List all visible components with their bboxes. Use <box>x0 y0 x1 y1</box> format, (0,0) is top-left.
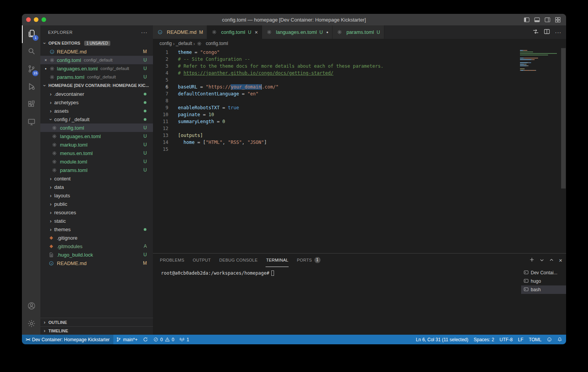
tree-folder-item[interactable]: ›themes <box>40 225 153 234</box>
breadcrumb-item[interactable]: config.toml <box>196 41 228 46</box>
terminal-list-item[interactable]: bash <box>521 285 566 294</box>
close-icon[interactable]: × <box>43 58 49 62</box>
tree-file-item[interactable]: config.tomlU <box>40 123 153 132</box>
breadcrumb-item[interactable]: _default <box>176 41 192 46</box>
panel-tab-terminal[interactable]: TERMINAL <box>266 254 289 267</box>
open-editor-item[interactable]: ×config.tomlconfig/_defaultU <box>40 56 153 64</box>
dirty-dot-icon[interactable]: ● <box>43 67 49 70</box>
ports-indicator[interactable]: 1 <box>177 335 192 344</box>
code-line[interactable]: 11summaryLength = 0 <box>153 118 561 125</box>
dirty-dot-icon[interactable]: ● <box>326 30 328 34</box>
activity-source-control[interactable]: 15 <box>22 61 40 78</box>
line-number[interactable]: 9 <box>153 104 168 111</box>
editor[interactable]: 1theme = "congo"2# -- Site Configuration… <box>153 48 566 253</box>
tree-file-item[interactable]: menus.en.tomlU <box>40 149 153 157</box>
problems-indicator[interactable]: 0 0 <box>151 335 177 344</box>
open-editors-header[interactable]: › OPEN EDITORS 1 UNSAVED <box>40 39 153 47</box>
maximize-panel-icon[interactable] <box>549 257 554 264</box>
code-line[interactable]: 6baseURL = "https://your_domain.com/" <box>153 83 561 90</box>
code-line[interactable]: 13[outputs] <box>153 132 561 139</box>
terminal-list-item[interactable]: hugo <box>521 277 566 285</box>
tree-file-item[interactable]: .gitmodulesA <box>40 242 153 250</box>
minimap[interactable] <box>518 50 561 73</box>
activity-explorer[interactable]: 1 <box>22 25 40 43</box>
line-number[interactable]: 14 <box>153 139 168 146</box>
terminal-list-item[interactable]: Dev Contai... <box>521 269 566 277</box>
code-line[interactable]: 9enableRobotsTXT = true <box>153 104 561 111</box>
code-line[interactable]: 15 <box>153 146 561 153</box>
remote-indicator[interactable]: >< Dev Container: Homepage Kickstarter <box>22 335 113 344</box>
code-line[interactable]: 1theme = "congo" <box>153 49 561 56</box>
branch-indicator[interactable]: main*+ <box>113 335 140 344</box>
tree-file-item[interactable]: module.tomlU <box>40 157 153 166</box>
activity-run-debug[interactable] <box>22 78 40 96</box>
code-line[interactable]: 2# -- Site Configuration -- <box>153 56 561 63</box>
line-number[interactable]: 13 <box>153 132 168 139</box>
new-terminal-icon[interactable] <box>529 257 535 264</box>
minimize-window-button[interactable] <box>34 17 38 22</box>
open-editor-item[interactable]: ●languages.en.tomlconfig/_defaultU <box>40 64 153 73</box>
line-number[interactable]: 2 <box>153 56 168 63</box>
line-number[interactable]: 3 <box>153 63 168 70</box>
project-root-header[interactable]: › HOMEPAGE [DEV CONTAINER: HOMEPAGE KIC.… <box>40 81 153 90</box>
tree-folder-item[interactable]: ›layouts <box>40 191 153 200</box>
panel-tab-output[interactable]: OUTPUT <box>193 254 211 267</box>
line-number[interactable]: 4 <box>153 70 168 77</box>
code-line[interactable]: 12 <box>153 125 561 132</box>
breadcrumb-item[interactable]: config <box>159 41 172 46</box>
close-window-button[interactable] <box>26 17 31 22</box>
line-number[interactable]: 8 <box>153 97 168 104</box>
tree-folder-item[interactable]: ›resources <box>40 208 153 217</box>
code-line[interactable]: 4# https://jpanther.github.io/congo/docs… <box>153 70 561 77</box>
tree-file-item[interactable]: .gitignore <box>40 234 153 242</box>
activity-extensions[interactable] <box>22 96 40 114</box>
sync-button[interactable] <box>140 335 151 344</box>
activity-settings[interactable] <box>22 315 40 333</box>
editor-tab[interactable]: config.tomlU× <box>207 25 262 39</box>
tree-folder-item[interactable]: ›assets <box>40 107 153 115</box>
indentation-indicator[interactable]: Spaces: 2 <box>471 335 497 344</box>
split-editor-icon[interactable] <box>544 28 550 36</box>
code-line[interactable]: 5 <box>153 77 561 83</box>
editor-tab[interactable]: README.mdM <box>153 25 207 39</box>
line-number[interactable]: 10 <box>153 111 168 118</box>
panel-tab-debug-console[interactable]: DEBUG CONSOLE <box>219 254 258 267</box>
eol-indicator[interactable]: LF <box>515 335 526 344</box>
editor-tab[interactable]: params.tomlU <box>332 25 384 39</box>
open-editor-item[interactable]: README.mdM <box>40 47 153 56</box>
feedback-button[interactable] <box>544 335 555 344</box>
language-mode-indicator[interactable]: TOML <box>526 335 544 344</box>
editor-tab[interactable]: languages.en.tomlU● <box>262 25 332 39</box>
tree-folder-item[interactable]: ›static <box>40 217 153 225</box>
customize-layout-icon[interactable] <box>555 17 561 23</box>
more-actions-icon[interactable]: ··· <box>555 29 561 35</box>
open-changes-icon[interactable] <box>533 28 539 36</box>
title-bar[interactable]: config.toml — homepage [Dev Container: H… <box>22 14 566 25</box>
activity-remote-explorer[interactable] <box>22 114 40 132</box>
code-line[interactable]: 3# Refer to the theme docs for more deta… <box>153 63 561 70</box>
close-icon[interactable]: × <box>255 29 258 35</box>
panel-tab-ports[interactable]: PORTS1 <box>296 254 321 267</box>
tree-file-item[interactable]: markup.tomlU <box>40 140 153 149</box>
line-number[interactable]: 5 <box>153 77 168 83</box>
tree-folder-item[interactable]: ›public <box>40 200 153 208</box>
terminal-dropdown-icon[interactable] <box>540 257 544 264</box>
scrollbar-thumb[interactable] <box>561 48 566 189</box>
close-panel-icon[interactable]: × <box>559 257 562 264</box>
line-number[interactable]: 6 <box>153 83 168 90</box>
open-editor-item[interactable]: params.tomlconfig/_defaultU <box>40 73 153 81</box>
code-line[interactable]: 7defaultContentLanguage = "en" <box>153 90 561 97</box>
more-actions-icon[interactable]: ··· <box>141 29 148 35</box>
line-number[interactable]: 12 <box>153 125 168 132</box>
encoding-indicator[interactable]: UTF-8 <box>497 335 515 344</box>
line-number[interactable]: 1 <box>153 49 168 56</box>
code-line[interactable]: 8 <box>153 97 561 104</box>
tree-file-item[interactable]: .hugo_build.lockU <box>40 250 153 259</box>
activity-search[interactable] <box>22 43 40 61</box>
toggle-sidebar-icon[interactable] <box>524 17 530 23</box>
tree-folder-item[interactable]: ›.devcontainer <box>40 90 153 98</box>
tree-file-item[interactable]: languages.en.tomlU <box>40 132 153 140</box>
tree-folder-item[interactable]: ›config / _default <box>40 115 153 123</box>
outline-header[interactable]: › OUTLINE <box>40 318 153 326</box>
code-line[interactable]: 14 home = ["HTML", "RSS", "JSON"] <box>153 139 561 146</box>
